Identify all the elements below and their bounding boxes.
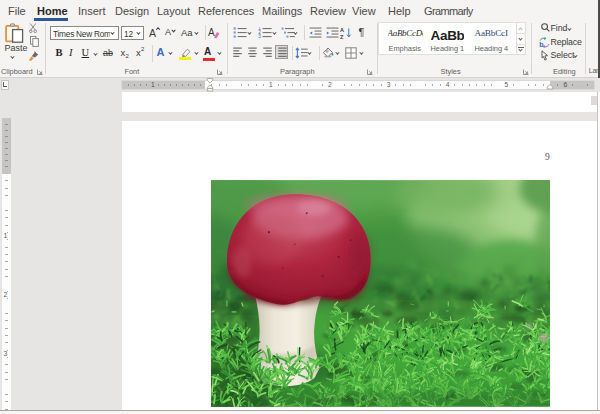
svg-text:A: A [340, 27, 344, 33]
svg-text:b: b [539, 40, 543, 47]
svg-text:Z: Z [340, 34, 344, 40]
svg-text:3: 3 [258, 34, 261, 39]
